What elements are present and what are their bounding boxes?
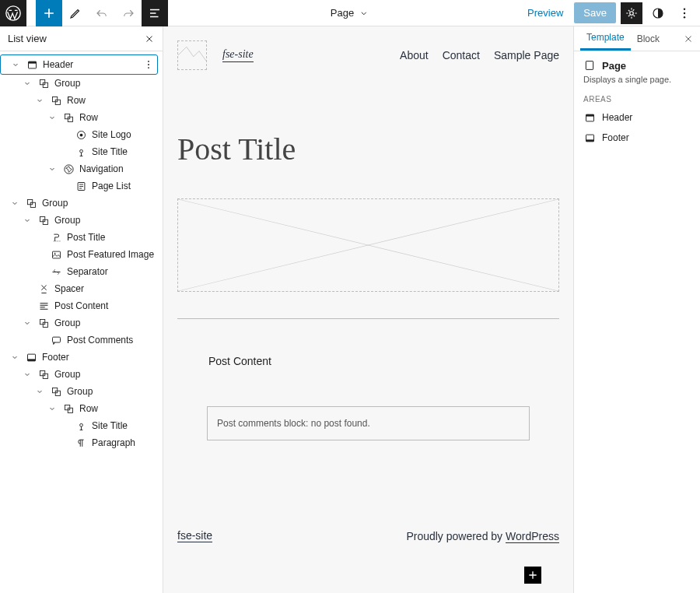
tree-node-site-logo[interactable]: Site Logo xyxy=(0,126,158,143)
area-item-footer[interactable]: Footer xyxy=(583,132,691,144)
top-toolbar: Page Preview Save xyxy=(0,0,700,26)
page-list-icon xyxy=(75,180,87,192)
listview-close-button[interactable] xyxy=(144,33,155,44)
caret-icon[interactable] xyxy=(34,387,45,396)
listview-toggle-button[interactable] xyxy=(142,0,168,26)
caret-icon[interactable] xyxy=(22,79,33,88)
listview-header: List view xyxy=(0,26,163,51)
caret-icon[interactable] xyxy=(22,216,33,225)
wordpress-logo[interactable] xyxy=(0,0,26,26)
header-block[interactable]: fse-site About Contact Sample Page xyxy=(177,40,559,70)
caret-icon[interactable] xyxy=(47,164,58,174)
tree-node-group[interactable]: Row xyxy=(0,92,158,109)
tree-node-post-content[interactable]: Post Content xyxy=(0,297,158,314)
tree-node-featured-image[interactable]: Post Featured Image xyxy=(0,246,158,263)
settings-panel: Template Block Page Displays a single pa… xyxy=(574,26,700,593)
tree-node-label: Site Logo xyxy=(92,129,158,140)
nav-item[interactable]: About xyxy=(400,49,429,61)
header-icon xyxy=(26,58,38,71)
tree-node-header[interactable]: Header xyxy=(0,54,158,75)
settings-close-button[interactable] xyxy=(683,26,694,51)
add-block-fab[interactable] xyxy=(524,567,541,584)
toolbar-right: Preview Save xyxy=(521,0,700,26)
site-title-icon xyxy=(75,146,87,158)
save-button[interactable]: Save xyxy=(574,2,616,23)
caret-icon[interactable] xyxy=(47,404,58,413)
spacer-icon xyxy=(37,282,50,295)
close-icon xyxy=(144,33,155,44)
tree-node-footer[interactable]: Footer xyxy=(0,349,158,366)
tree-node-group[interactable]: Group xyxy=(0,195,158,212)
tree-node-group[interactable]: Group xyxy=(0,383,158,400)
add-block-button[interactable] xyxy=(36,0,62,26)
tree-node-site-title[interactable]: Site Title xyxy=(0,143,158,160)
tab-block[interactable]: Block xyxy=(631,26,666,51)
tree-node-label: Header xyxy=(43,59,138,70)
tree-node-paragraph[interactable]: Paragraph xyxy=(0,434,158,451)
navigation-icon xyxy=(62,163,75,175)
plus-icon xyxy=(41,5,57,21)
styles-button[interactable] xyxy=(647,2,669,24)
area-label: Header xyxy=(602,112,632,123)
tree-node-group[interactable]: Group xyxy=(0,314,158,332)
post-title-block[interactable]: Post Title xyxy=(177,131,559,167)
paragraph-icon xyxy=(75,437,87,449)
caret-icon[interactable] xyxy=(47,113,58,122)
caret-icon[interactable] xyxy=(22,370,33,379)
tree-node-post-comments[interactable]: Post Comments xyxy=(0,332,158,349)
editor-canvas[interactable]: fse-site About Contact Sample Page Post … xyxy=(163,26,574,593)
tree-node-label: Group xyxy=(54,369,158,380)
tree-node-group[interactable]: Row xyxy=(0,109,158,126)
tree-node-site-title[interactable]: Site Title xyxy=(0,417,158,434)
close-icon xyxy=(683,33,694,44)
group-icon xyxy=(25,197,37,209)
caret-icon[interactable] xyxy=(9,353,20,362)
settings-button[interactable] xyxy=(621,2,642,24)
site-logo-placeholder[interactable] xyxy=(177,40,207,70)
document-switcher[interactable]: Page xyxy=(331,7,369,19)
post-comments-block[interactable]: Post comments block: no post found. xyxy=(207,406,530,440)
placeholder-x-icon xyxy=(178,41,206,69)
nav-item[interactable]: Contact xyxy=(443,49,480,61)
tree-node-page-list[interactable]: Page List xyxy=(0,177,158,195)
area-item-header[interactable]: Header xyxy=(583,111,691,124)
caret-icon[interactable] xyxy=(34,96,45,105)
tree-node-label: Footer xyxy=(42,352,158,363)
footer-icon xyxy=(25,351,37,363)
more-menu-button[interactable] xyxy=(674,2,695,24)
tree-node-label: Separator xyxy=(67,266,158,277)
group-icon xyxy=(50,385,62,398)
tree-node-more-button[interactable] xyxy=(143,59,157,70)
site-title[interactable]: fse-site xyxy=(222,48,254,62)
placeholder-x-icon xyxy=(178,199,558,291)
undo-button[interactable] xyxy=(89,0,115,26)
separator-block[interactable] xyxy=(177,318,559,319)
tree-node-group[interactable]: Group xyxy=(0,366,158,383)
wordpress-link[interactable]: WordPress xyxy=(506,530,559,543)
caret-icon[interactable] xyxy=(10,60,21,69)
edit-mode-button[interactable] xyxy=(62,0,89,26)
redo-button[interactable] xyxy=(115,0,142,26)
featured-image-block[interactable] xyxy=(177,198,559,292)
footer-credit: Proudly powered by WordPress xyxy=(406,530,559,542)
tab-template[interactable]: Template xyxy=(580,26,631,51)
tree-node-spacer[interactable]: Spacer xyxy=(0,280,158,297)
post-content-block[interactable]: Post Content xyxy=(177,355,559,367)
caret-icon[interactable] xyxy=(9,198,20,208)
settings-body: Page Displays a single page. AREAS Heade… xyxy=(574,51,700,152)
preview-button[interactable]: Preview xyxy=(521,7,569,19)
styles-icon xyxy=(651,6,665,20)
tree-node-group[interactable]: Group xyxy=(0,212,158,229)
tree-node-navigation[interactable]: Navigation xyxy=(0,160,158,177)
navigation-block[interactable]: About Contact Sample Page xyxy=(400,49,559,61)
tree-node-group[interactable]: Row xyxy=(0,400,158,417)
nav-item[interactable]: Sample Page xyxy=(494,49,559,61)
listview-icon xyxy=(148,6,162,20)
tree-node-separator[interactable]: Separator xyxy=(0,263,158,280)
footer-site-title[interactable]: fse-site xyxy=(177,529,212,542)
footer-block[interactable]: fse-site Proudly powered by WordPress xyxy=(177,529,559,542)
listview-panel: List view HeaderGroupRowRowSite LogoSite… xyxy=(0,26,163,593)
tree-node-group[interactable]: Group xyxy=(0,75,158,92)
tree-node-post-title[interactable]: Post Title xyxy=(0,229,158,246)
caret-icon[interactable] xyxy=(22,318,33,328)
